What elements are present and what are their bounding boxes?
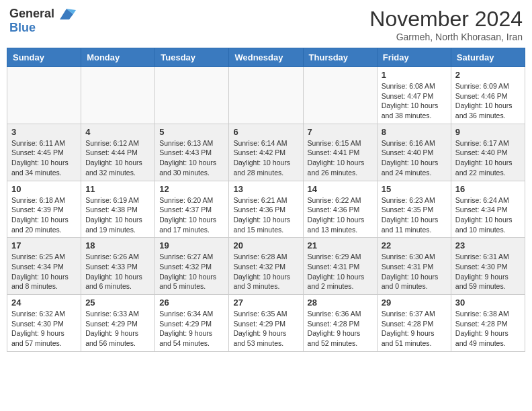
day-cell: 2Sunrise: 6:09 AM Sunset: 4:46 PM Daylig… bbox=[451, 67, 525, 124]
day-number: 25 bbox=[85, 298, 150, 308]
day-cell: 20Sunrise: 6:28 AM Sunset: 4:32 PM Dayli… bbox=[229, 238, 303, 295]
week-row-4: 17Sunrise: 6:25 AM Sunset: 4:34 PM Dayli… bbox=[7, 238, 525, 295]
day-cell: 13Sunrise: 6:21 AM Sunset: 4:36 PM Dayli… bbox=[229, 181, 303, 238]
day-info: Sunrise: 6:38 AM Sunset: 4:28 PM Dayligh… bbox=[455, 309, 521, 349]
day-cell: 25Sunrise: 6:33 AM Sunset: 4:29 PM Dayli… bbox=[81, 295, 155, 352]
weekday-header-thursday: Thursday bbox=[303, 48, 377, 67]
day-cell: 15Sunrise: 6:23 AM Sunset: 4:35 PM Dayli… bbox=[377, 181, 451, 238]
day-cell: 24Sunrise: 6:32 AM Sunset: 4:30 PM Dayli… bbox=[7, 295, 81, 352]
day-number: 13 bbox=[233, 184, 298, 194]
day-info: Sunrise: 6:22 AM Sunset: 4:36 PM Dayligh… bbox=[308, 195, 373, 235]
day-cell: 11Sunrise: 6:19 AM Sunset: 4:38 PM Dayli… bbox=[81, 181, 155, 238]
day-cell: 7Sunrise: 6:15 AM Sunset: 4:41 PM Daylig… bbox=[303, 124, 377, 181]
day-cell: 30Sunrise: 6:38 AM Sunset: 4:28 PM Dayli… bbox=[451, 295, 525, 352]
day-number: 5 bbox=[159, 127, 224, 137]
day-cell: 4Sunrise: 6:12 AM Sunset: 4:44 PM Daylig… bbox=[81, 124, 155, 181]
week-row-2: 3Sunrise: 6:11 AM Sunset: 4:45 PM Daylig… bbox=[7, 124, 525, 181]
weekday-header-row: SundayMondayTuesdayWednesdayThursdayFrid… bbox=[7, 48, 525, 67]
day-number: 30 bbox=[455, 298, 521, 308]
weekday-header-monday: Monday bbox=[81, 48, 155, 67]
day-cell: 27Sunrise: 6:35 AM Sunset: 4:29 PM Dayli… bbox=[229, 295, 303, 352]
day-number: 29 bbox=[382, 298, 447, 308]
day-info: Sunrise: 6:09 AM Sunset: 4:46 PM Dayligh… bbox=[455, 81, 521, 121]
day-info: Sunrise: 6:23 AM Sunset: 4:35 PM Dayligh… bbox=[382, 195, 447, 235]
day-info: Sunrise: 6:21 AM Sunset: 4:36 PM Dayligh… bbox=[233, 195, 298, 235]
day-number: 4 bbox=[85, 127, 150, 137]
day-cell: 9Sunrise: 6:17 AM Sunset: 4:40 PM Daylig… bbox=[451, 124, 525, 181]
day-number: 12 bbox=[159, 184, 224, 194]
day-info: Sunrise: 6:34 AM Sunset: 4:29 PM Dayligh… bbox=[159, 309, 224, 349]
day-info: Sunrise: 6:11 AM Sunset: 4:45 PM Dayligh… bbox=[11, 138, 77, 178]
title-area: November 2024 Garmeh, North Khorasan, Ir… bbox=[369, 7, 523, 42]
day-cell bbox=[229, 67, 303, 124]
day-number: 9 bbox=[455, 127, 521, 137]
day-number: 26 bbox=[159, 298, 224, 308]
month-title: November 2024 bbox=[369, 7, 523, 32]
day-number: 10 bbox=[11, 184, 77, 194]
day-cell: 22Sunrise: 6:30 AM Sunset: 4:31 PM Dayli… bbox=[377, 238, 451, 295]
day-cell: 6Sunrise: 6:14 AM Sunset: 4:42 PM Daylig… bbox=[229, 124, 303, 181]
day-cell: 28Sunrise: 6:36 AM Sunset: 4:28 PM Dayli… bbox=[303, 295, 377, 352]
day-number: 8 bbox=[382, 127, 447, 137]
day-cell bbox=[303, 67, 377, 124]
day-number: 20 bbox=[233, 240, 298, 250]
day-cell: 3Sunrise: 6:11 AM Sunset: 4:45 PM Daylig… bbox=[7, 124, 81, 181]
weekday-header-tuesday: Tuesday bbox=[155, 48, 229, 67]
day-info: Sunrise: 6:30 AM Sunset: 4:31 PM Dayligh… bbox=[382, 252, 447, 291]
day-cell: 29Sunrise: 6:37 AM Sunset: 4:28 PM Dayli… bbox=[377, 295, 451, 352]
day-info: Sunrise: 6:25 AM Sunset: 4:34 PM Dayligh… bbox=[11, 252, 77, 291]
day-info: Sunrise: 6:17 AM Sunset: 4:40 PM Dayligh… bbox=[455, 138, 521, 178]
day-number: 17 bbox=[11, 240, 77, 250]
day-number: 2 bbox=[455, 70, 521, 80]
day-cell bbox=[7, 67, 81, 124]
day-number: 18 bbox=[85, 240, 150, 250]
day-number: 19 bbox=[159, 240, 224, 250]
header: General Blue November 2024 Garmeh, North… bbox=[7, 7, 525, 42]
day-info: Sunrise: 6:26 AM Sunset: 4:33 PM Dayligh… bbox=[85, 252, 150, 291]
day-info: Sunrise: 6:19 AM Sunset: 4:38 PM Dayligh… bbox=[85, 195, 150, 235]
day-cell: 5Sunrise: 6:13 AM Sunset: 4:43 PM Daylig… bbox=[155, 124, 229, 181]
day-info: Sunrise: 6:31 AM Sunset: 4:30 PM Dayligh… bbox=[455, 252, 521, 291]
weekday-header-wednesday: Wednesday bbox=[229, 48, 303, 67]
day-cell: 16Sunrise: 6:24 AM Sunset: 4:34 PM Dayli… bbox=[451, 181, 525, 238]
day-info: Sunrise: 6:28 AM Sunset: 4:32 PM Dayligh… bbox=[233, 252, 298, 291]
day-cell: 26Sunrise: 6:34 AM Sunset: 4:29 PM Dayli… bbox=[155, 295, 229, 352]
day-cell: 1Sunrise: 6:08 AM Sunset: 4:47 PM Daylig… bbox=[377, 67, 451, 124]
week-row-5: 24Sunrise: 6:32 AM Sunset: 4:30 PM Dayli… bbox=[7, 295, 525, 352]
day-info: Sunrise: 6:32 AM Sunset: 4:30 PM Dayligh… bbox=[11, 309, 77, 349]
day-info: Sunrise: 6:08 AM Sunset: 4:47 PM Dayligh… bbox=[382, 81, 447, 121]
calendar: SundayMondayTuesdayWednesdayThursdayFrid… bbox=[7, 48, 525, 352]
logo: General Blue bbox=[9, 7, 76, 35]
day-info: Sunrise: 6:35 AM Sunset: 4:29 PM Dayligh… bbox=[233, 309, 298, 349]
day-number: 21 bbox=[308, 240, 373, 250]
day-number: 27 bbox=[233, 298, 298, 308]
day-number: 14 bbox=[308, 184, 373, 194]
logo-general: General bbox=[9, 7, 54, 21]
day-info: Sunrise: 6:33 AM Sunset: 4:29 PM Dayligh… bbox=[85, 309, 150, 349]
day-info: Sunrise: 6:16 AM Sunset: 4:40 PM Dayligh… bbox=[382, 138, 447, 178]
day-info: Sunrise: 6:29 AM Sunset: 4:31 PM Dayligh… bbox=[308, 252, 373, 291]
day-cell: 19Sunrise: 6:27 AM Sunset: 4:32 PM Dayli… bbox=[155, 238, 229, 295]
day-info: Sunrise: 6:27 AM Sunset: 4:32 PM Dayligh… bbox=[159, 252, 224, 291]
logo-blue: Blue bbox=[9, 21, 36, 34]
day-number: 16 bbox=[455, 184, 521, 194]
day-info: Sunrise: 6:36 AM Sunset: 4:28 PM Dayligh… bbox=[308, 309, 373, 349]
day-info: Sunrise: 6:18 AM Sunset: 4:39 PM Dayligh… bbox=[11, 195, 77, 235]
week-row-3: 10Sunrise: 6:18 AM Sunset: 4:39 PM Dayli… bbox=[7, 181, 525, 238]
day-number: 23 bbox=[455, 240, 521, 250]
day-info: Sunrise: 6:12 AM Sunset: 4:44 PM Dayligh… bbox=[85, 138, 150, 178]
day-cell: 12Sunrise: 6:20 AM Sunset: 4:37 PM Dayli… bbox=[155, 181, 229, 238]
day-cell: 21Sunrise: 6:29 AM Sunset: 4:31 PM Dayli… bbox=[303, 238, 377, 295]
day-number: 3 bbox=[11, 127, 77, 137]
day-info: Sunrise: 6:20 AM Sunset: 4:37 PM Dayligh… bbox=[159, 195, 224, 235]
day-number: 28 bbox=[308, 298, 373, 308]
day-info: Sunrise: 6:14 AM Sunset: 4:42 PM Dayligh… bbox=[233, 138, 298, 178]
day-cell: 23Sunrise: 6:31 AM Sunset: 4:30 PM Dayli… bbox=[451, 238, 525, 295]
day-number: 1 bbox=[382, 70, 447, 80]
location-title: Garmeh, North Khorasan, Iran bbox=[369, 32, 523, 42]
day-number: 6 bbox=[233, 127, 298, 137]
weekday-header-saturday: Saturday bbox=[451, 48, 525, 67]
day-number: 24 bbox=[11, 298, 77, 308]
day-info: Sunrise: 6:15 AM Sunset: 4:41 PM Dayligh… bbox=[308, 138, 373, 178]
day-cell: 10Sunrise: 6:18 AM Sunset: 4:39 PM Dayli… bbox=[7, 181, 81, 238]
